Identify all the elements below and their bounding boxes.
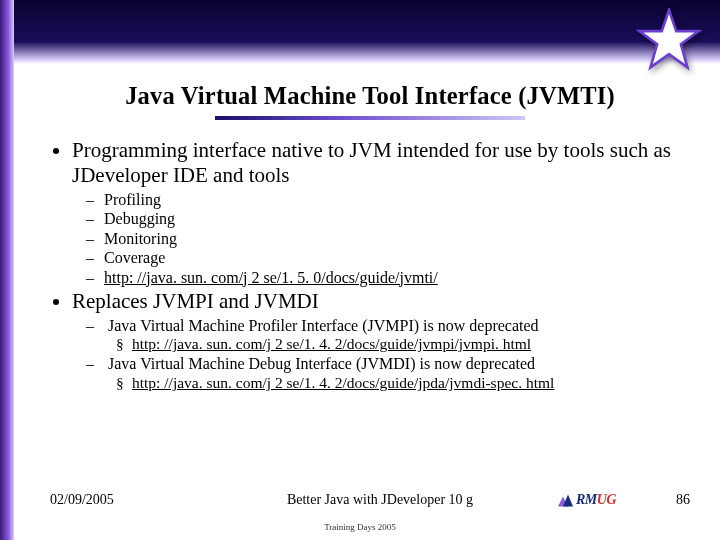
footer-tagline: Training Days 2005 [0, 522, 720, 532]
title-underline [215, 116, 525, 120]
bullet-text: Replaces JVMPI and JVMDI [72, 289, 319, 313]
footer-date: 02/09/2005 [50, 492, 230, 508]
footer-page-number: 86 [640, 492, 690, 508]
link-text: http: //java. sun. com/j 2 se/1. 5. 0/do… [104, 269, 438, 286]
slide-title: Java Virtual Machine Tool Interface (JVM… [50, 82, 690, 110]
sub-list: Java Virtual Machine Profiler Interface … [72, 316, 690, 393]
footer-logo: RMUG [530, 486, 640, 514]
bullet-item: Programming interface native to JVM inte… [72, 138, 690, 287]
sub-sub-list: http: //java. sun. com/j 2 se/1. 4. 2/do… [90, 335, 690, 354]
left-gradient-bar [0, 0, 14, 540]
link-text: http: //java. sun. com/j 2 se/1. 4. 2/do… [132, 374, 554, 391]
sub-item: Java Virtual Machine Profiler Interface … [90, 316, 690, 354]
mountain-icon [554, 492, 574, 508]
bullet-item: Replaces JVMPI and JVMDI Java Virtual Ma… [72, 289, 690, 393]
slide-content: Java Virtual Machine Tool Interface (JVM… [50, 82, 690, 395]
bullet-list: Programming interface native to JVM inte… [50, 138, 690, 393]
sub-item: Profiling [90, 190, 690, 210]
top-gradient-bar [0, 0, 720, 64]
star-icon [636, 8, 702, 74]
logo-text: RMUG [576, 492, 616, 508]
link-text: http: //java. sun. com/j 2 se/1. 4. 2/do… [132, 335, 531, 352]
sub-sub-item: http: //java. sun. com/j 2 se/1. 4. 2/do… [116, 374, 690, 393]
sub-list: Profiling Debugging Monitoring Coverage … [72, 190, 690, 288]
sub-item: Java Virtual Machine Debug Interface (JV… [90, 354, 690, 392]
sub-item: Coverage [90, 248, 690, 268]
footer-center: Better Java with JDeveloper 10 g [230, 492, 530, 508]
sub-item: Debugging [90, 209, 690, 229]
sub-sub-list: http: //java. sun. com/j 2 se/1. 4. 2/do… [90, 374, 690, 393]
slide-footer: 02/09/2005 Better Java with JDeveloper 1… [50, 486, 690, 514]
sub-sub-item: http: //java. sun. com/j 2 se/1. 4. 2/do… [116, 335, 690, 354]
sub-item: http: //java. sun. com/j 2 se/1. 5. 0/do… [90, 268, 690, 288]
bullet-text: Programming interface native to JVM inte… [72, 138, 671, 187]
sub-item: Monitoring [90, 229, 690, 249]
svg-marker-0 [639, 10, 698, 67]
